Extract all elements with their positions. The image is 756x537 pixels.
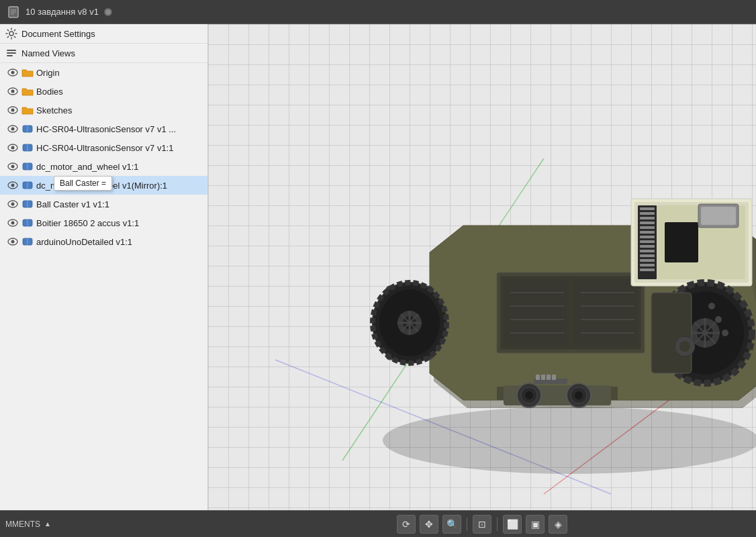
- bottom-tools: ⟳ ✥ 🔍 ⊡ ⬜ ▣ ◈: [214, 515, 751, 534]
- display-tool-btn-2[interactable]: ◈: [549, 515, 567, 534]
- bottom-left: MMENTS ▲: [5, 520, 214, 529]
- sidebar-item-hc1[interactable]: HC-SR04-UltrasonicSensor v7 v1 ...: [0, 119, 207, 138]
- svg-rect-81: [640, 222, 655, 224]
- sidebar-item-dc2[interactable]: dc_motor_and_wheel v1(Mirror):1 Ball Cas…: [0, 176, 207, 195]
- comp-icon-dc1: [21, 160, 34, 173]
- svg-rect-91: [640, 268, 655, 271]
- zoom-tool-btn[interactable]: 🔍: [442, 515, 461, 534]
- named-views-label: Named Views: [21, 48, 75, 58]
- viewport[interactable]: [208, 24, 756, 510]
- sidebar-item-dc1[interactable]: dc_motor_and_wheel v1:1: [0, 157, 207, 176]
- svg-point-31: [11, 203, 15, 206]
- svg-point-119: [715, 316, 722, 323]
- svg-point-19: [11, 146, 15, 150]
- eye-icon-dc2: [7, 179, 19, 191]
- sidebar-label-bodies: Bodies: [36, 87, 63, 97]
- svg-rect-83: [640, 231, 655, 234]
- svg-rect-79: [640, 212, 655, 215]
- bottom-bar: MMENTS ▲ ⟳ ✥ 🔍 ⊡ ⬜ ▣ ◈: [0, 510, 756, 537]
- gear-icon: [5, 28, 17, 40]
- fit-tool-btn[interactable]: ⊡: [473, 515, 491, 534]
- sidebar-item-arduino[interactable]: arduinoUnoDetailed v1:1: [0, 232, 207, 251]
- svg-rect-86: [640, 245, 655, 248]
- svg-point-39: [11, 240, 15, 244]
- sidebar-item-origin[interactable]: Origin: [0, 63, 207, 82]
- named-views-row[interactable]: Named Views: [0, 44, 207, 63]
- svg-point-45: [383, 407, 756, 474]
- svg-rect-60: [547, 375, 551, 380]
- sidebar-item-hc2[interactable]: HC-SR04-UltrasonicSensor v7 v1:1: [0, 138, 207, 157]
- comp-icon-ballcaster: [21, 198, 34, 210]
- svg-rect-65: [574, 279, 638, 346]
- sidebar-label-sketches: Sketches: [36, 105, 72, 115]
- svg-rect-78: [640, 207, 655, 210]
- title-bar: 10 завдання v8 v1: [0, 0, 756, 24]
- tooltip-ball-caster: Ball Caster =: [54, 176, 112, 191]
- eye-icon-arduino: [7, 236, 19, 248]
- svg-rect-115: [651, 293, 692, 373]
- folder-icon-sketches: [21, 104, 34, 116]
- sidebar: Document Settings Named Views Origin: [0, 24, 208, 510]
- svg-rect-58: [536, 375, 540, 380]
- eye-icon-hc1: [7, 123, 19, 135]
- eye-icon-dc1: [7, 160, 19, 173]
- view-tool-btn[interactable]: ⬜: [503, 515, 522, 534]
- svg-rect-87: [640, 250, 655, 252]
- svg-point-13: [11, 109, 15, 112]
- svg-point-11: [11, 90, 15, 93]
- svg-point-23: [11, 165, 15, 168]
- sidebar-item-sketches[interactable]: Sketches: [0, 101, 207, 119]
- eye-icon-boitier: [7, 217, 19, 229]
- robot-model: [309, 64, 756, 481]
- main-layout: Document Settings Named Views Origin: [0, 24, 756, 510]
- svg-rect-82: [640, 226, 655, 229]
- list-icon: [5, 47, 17, 59]
- svg-rect-59: [541, 375, 545, 380]
- sidebar-label-hc2: HC-SR04-UltrasonicSensor v7 v1:1: [36, 143, 173, 153]
- sidebar-item-ballcaster[interactable]: Ball Caster v1 v1:1: [0, 195, 207, 213]
- sidebar-item-bodies[interactable]: Bodies: [0, 82, 207, 101]
- folder-icon-bodies: [21, 85, 34, 97]
- comments-label: MMENTS: [5, 520, 40, 529]
- doc-settings-label: Document Settings: [21, 29, 95, 39]
- svg-rect-6: [7, 52, 16, 54]
- svg-rect-64: [504, 279, 567, 346]
- svg-rect-92: [665, 222, 698, 262]
- svg-point-35: [11, 222, 15, 225]
- svg-rect-5: [7, 50, 16, 51]
- expand-arrow[interactable]: ▲: [44, 520, 51, 528]
- eye-icon-sketches: [7, 104, 19, 116]
- svg-rect-90: [640, 264, 655, 266]
- svg-point-117: [679, 341, 690, 352]
- eye-icon-origin: [7, 66, 19, 79]
- svg-point-120: [722, 330, 728, 336]
- comp-icon-dc2: [21, 179, 34, 191]
- svg-rect-7: [7, 55, 13, 56]
- display-tool-btn-1[interactable]: ▣: [526, 515, 545, 534]
- comp-icon-hc1: [21, 123, 34, 135]
- svg-rect-85: [640, 240, 655, 243]
- sidebar-label-boitier: Boitier 18650 2 accus v1:1: [36, 218, 139, 228]
- svg-point-53: [525, 391, 533, 399]
- svg-point-15: [11, 128, 15, 131]
- eye-icon-bodies: [7, 85, 19, 97]
- tool-separator-1: [467, 518, 467, 531]
- svg-point-4: [9, 32, 13, 36]
- svg-rect-84: [640, 236, 655, 238]
- doc-settings-row[interactable]: Document Settings: [0, 24, 207, 44]
- pan-tool-btn[interactable]: ✥: [420, 515, 438, 534]
- folder-icon-origin: [21, 66, 34, 79]
- robot-svg: [309, 64, 756, 481]
- eye-icon-ballcaster: [7, 198, 19, 210]
- svg-rect-88: [640, 254, 655, 257]
- orbit-tool-btn[interactable]: ⟳: [397, 515, 416, 534]
- comp-icon-hc2: [21, 142, 34, 154]
- svg-rect-94: [701, 207, 736, 225]
- sidebar-item-boitier[interactable]: Boitier 18650 2 accus v1:1: [0, 213, 207, 232]
- tool-separator-2: [497, 518, 498, 531]
- sidebar-label-ballcaster: Ball Caster v1 v1:1: [36, 199, 109, 209]
- sidebar-label-dc1: dc_motor_and_wheel v1:1: [36, 162, 139, 172]
- eye-icon-hc2: [7, 142, 19, 154]
- svg-rect-61: [552, 375, 556, 380]
- sidebar-label-hc1: HC-SR04-UltrasonicSensor v7 v1 ...: [36, 124, 176, 134]
